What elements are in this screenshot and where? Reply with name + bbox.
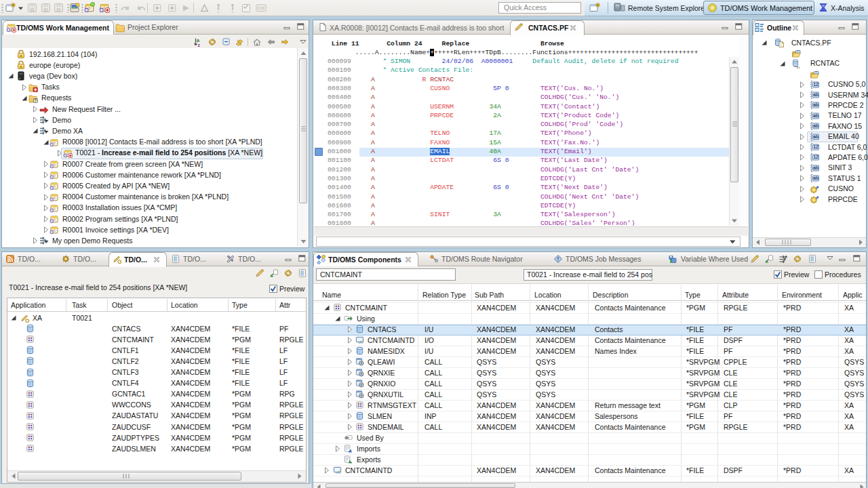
svg-text:z: z <box>198 43 201 47</box>
svg-text:ab: ab <box>813 92 818 97</box>
svg-text:ab: ab <box>813 134 818 139</box>
svg-text:ab: ab <box>813 124 818 129</box>
svg-text:ab: ab <box>813 113 818 118</box>
svg-text:ab: ab <box>813 176 818 181</box>
svg-text:12: 12 <box>813 82 818 87</box>
svg-text:?: ? <box>35 98 37 102</box>
svg-text:12: 12 <box>813 155 818 160</box>
svg-text:12: 12 <box>813 144 818 149</box>
svg-text:ab: ab <box>813 103 818 108</box>
svg-text:ab: ab <box>813 165 818 170</box>
